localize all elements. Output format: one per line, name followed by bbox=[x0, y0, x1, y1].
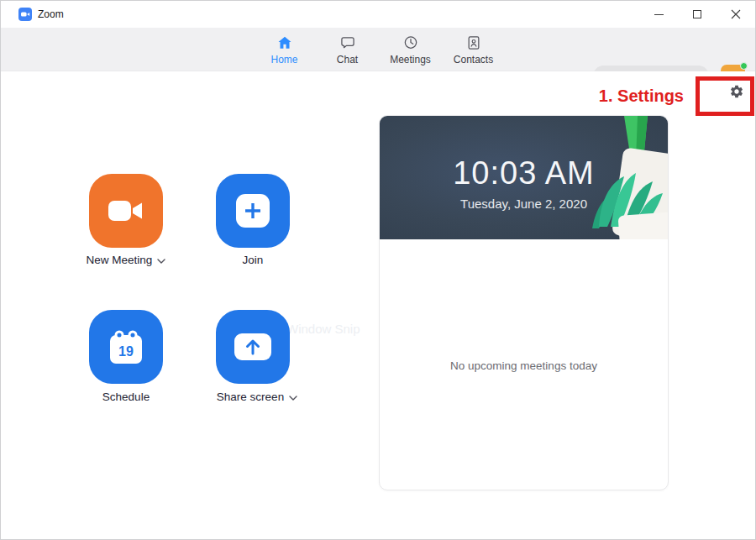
window-title: Zoom bbox=[38, 8, 64, 20]
meetings-icon bbox=[402, 34, 419, 51]
tab-contacts[interactable]: Contacts bbox=[442, 28, 505, 71]
gear-icon[interactable] bbox=[729, 84, 744, 99]
nav-bar: Home Chat Meetings bbox=[1, 28, 755, 71]
nav-tabs: Home Chat Meetings bbox=[253, 28, 505, 71]
zoom-logo-icon bbox=[18, 8, 32, 21]
schedule-button[interactable]: 19 bbox=[89, 310, 163, 384]
meetings-card: 10:03 AM Tuesday, June 2, 2020 No upcomi… bbox=[379, 115, 669, 490]
share-screen-label: Share screen bbox=[190, 391, 324, 403]
minimize-button[interactable] bbox=[639, 1, 678, 28]
share-screen-icon bbox=[234, 333, 271, 360]
schedule-label: Schedule bbox=[59, 391, 193, 403]
video-camera-icon bbox=[107, 197, 145, 224]
close-icon bbox=[731, 9, 741, 19]
tab-meetings-label: Meetings bbox=[390, 54, 431, 66]
clock-date: Tuesday, June 2, 2020 bbox=[380, 197, 668, 211]
chevron-down-icon[interactable] bbox=[157, 259, 165, 264]
clock-time: 10:03 AM bbox=[380, 155, 668, 191]
settings-annotation-label: 1. Settings bbox=[587, 87, 684, 106]
title-bar: Zoom bbox=[1, 1, 755, 28]
join-label: Join bbox=[186, 254, 320, 266]
tab-meetings[interactable]: Meetings bbox=[379, 28, 442, 71]
chat-icon bbox=[339, 34, 356, 51]
minimize-icon bbox=[654, 14, 664, 15]
share-screen-button[interactable] bbox=[216, 310, 290, 384]
join-button[interactable] bbox=[216, 174, 290, 248]
online-status-dot bbox=[740, 62, 748, 70]
calendar-icon: 19 bbox=[108, 328, 144, 366]
clock-banner: 10:03 AM Tuesday, June 2, 2020 bbox=[380, 116, 668, 239]
no-meetings-message: No upcoming meetings today bbox=[380, 359, 668, 372]
new-meeting-label: New Meeting bbox=[59, 254, 193, 266]
tab-chat-label: Chat bbox=[337, 54, 358, 66]
zoom-window: Zoom Home Chat bbox=[0, 0, 756, 540]
window-snip-artifact: Window Snip bbox=[286, 322, 360, 336]
tab-home-label: Home bbox=[270, 54, 297, 66]
new-meeting-button[interactable] bbox=[89, 174, 163, 248]
main-content: 1. Settings Window Snip New Meeting bbox=[1, 71, 755, 539]
tab-contacts-label: Contacts bbox=[454, 54, 493, 66]
tab-home[interactable]: Home bbox=[253, 28, 316, 71]
close-button[interactable] bbox=[717, 1, 755, 28]
home-icon bbox=[276, 34, 293, 51]
maximize-button[interactable] bbox=[678, 1, 717, 28]
tab-chat[interactable]: Chat bbox=[316, 28, 379, 71]
chevron-down-icon[interactable] bbox=[289, 396, 297, 401]
settings-highlight-box bbox=[696, 76, 754, 116]
contacts-icon bbox=[465, 34, 482, 51]
plus-icon bbox=[236, 194, 270, 228]
svg-text:19: 19 bbox=[118, 344, 134, 359]
maximize-icon bbox=[693, 10, 701, 18]
window-controls bbox=[639, 1, 755, 28]
